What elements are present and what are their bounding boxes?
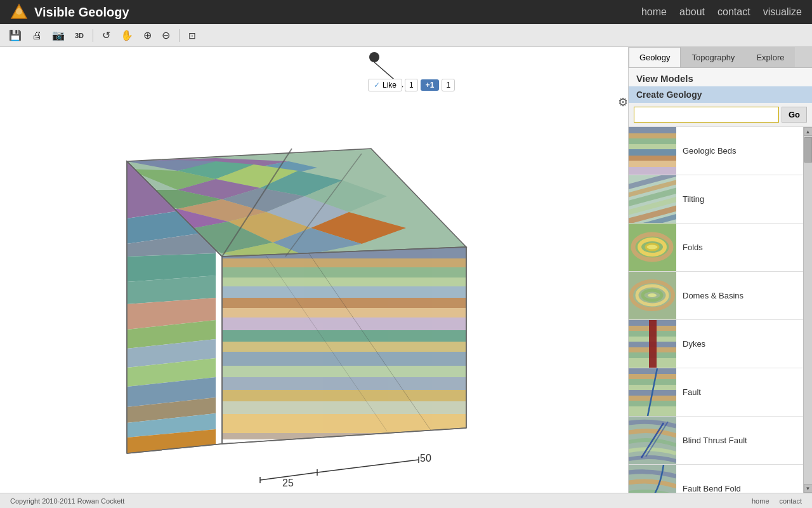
svg-rect-76 [629, 167, 676, 175]
model-item[interactable]: Tilting [629, 175, 803, 224]
search-input[interactable] [634, 107, 779, 123]
settings-gear-icon[interactable]: ⚙ [618, 95, 628, 109]
header-left: Visible Geology [10, 3, 129, 21]
like-count: 1 [405, 79, 418, 91]
nav-about[interactable]: about [679, 6, 705, 18]
svg-rect-17 [222, 330, 469, 342]
blind_thrust-svg [629, 417, 676, 464]
svg-rect-111 [629, 406, 676, 416]
svg-rect-105 [629, 374, 676, 379]
geology-3d-svg: 50 25 [51, 85, 508, 493]
3d-button[interactable]: 3D [71, 29, 88, 42]
model-item[interactable]: Dykes [629, 320, 803, 368]
footer-nav-contact[interactable]: contact [780, 497, 802, 505]
model-item[interactable]: Blind Thrust Fault [629, 417, 803, 465]
rotate-button[interactable]: ↺ [98, 27, 114, 44]
svg-point-87 [646, 244, 658, 250]
canvas-area[interactable]: ✓ Like 1 +1 1 N [0, 47, 628, 493]
svg-rect-18 [222, 342, 469, 352]
pan-button[interactable]: ✋ [117, 27, 137, 44]
svg-rect-102 [649, 320, 657, 368]
svg-rect-21 [222, 377, 469, 390]
nav-contact[interactable]: contact [717, 6, 750, 18]
model-label: Fault [676, 387, 707, 397]
toolbar-sep-2 [179, 29, 180, 42]
svg-rect-109 [629, 396, 676, 401]
zoom-in-button[interactable]: ⊕ [140, 27, 155, 44]
view-models-title: View Models [629, 68, 812, 86]
model-item[interactable]: Domes & Basins [629, 272, 803, 320]
model-thumb-blind_thrust [629, 417, 676, 464]
like-label: Like [383, 81, 396, 90]
save-button[interactable]: 💾 [5, 27, 25, 44]
tab-topography[interactable]: Topography [681, 47, 745, 67]
model-thumb-folds [629, 224, 676, 271]
scroll-up-button[interactable]: ▲ [804, 127, 813, 136]
geo-block: 50 25 [51, 85, 508, 493]
domes-svg [629, 272, 676, 319]
scrollbar[interactable]: ▲ ▼ [803, 127, 812, 493]
scroll-down-button[interactable]: ▼ [804, 484, 813, 493]
svg-rect-73 [629, 149, 676, 156]
north-indicator: N [336, 52, 412, 98]
svg-rect-10 [222, 258, 469, 267]
svg-rect-72 [629, 144, 676, 149]
model-item[interactable]: Fault Bend Fold [629, 465, 803, 493]
print-button[interactable]: 🖨 [28, 27, 46, 44]
fault-svg [629, 368, 676, 416]
svg-rect-69 [629, 127, 676, 133]
model-item[interactable]: Folds [629, 224, 803, 272]
svg-rect-71 [629, 138, 676, 144]
model-thumb-fault_bend [629, 465, 676, 493]
go-button[interactable]: Go [782, 107, 807, 123]
svg-rect-70 [629, 133, 676, 138]
footer-nav-home[interactable]: home [752, 497, 769, 505]
panel-tabs: Geology Topography Explore [629, 47, 812, 68]
nav-visualize[interactable]: visualize [763, 6, 802, 18]
scroll-thumb[interactable] [804, 137, 812, 163]
like-button[interactable]: ✓ Like [368, 79, 402, 91]
like-checkmark: ✓ [374, 81, 380, 90]
search-row: Go [629, 103, 812, 127]
model-label: Tilting [676, 194, 710, 204]
model-thumb-fault [629, 368, 676, 416]
model-thumb-domes [629, 272, 676, 319]
svg-rect-22 [222, 390, 469, 401]
model-thumb-tilting [629, 175, 676, 223]
model-item[interactable]: Geologic Beds [629, 127, 803, 175]
toolbar: 💾 🖨 📷 3D ↺ ✋ ⊕ ⊖ ⊡ [0, 24, 812, 47]
model-label: Geologic Beds [676, 146, 743, 156]
svg-point-92 [648, 293, 657, 297]
svg-rect-16 [222, 318, 469, 330]
model-label: Fault Bend Fold [676, 484, 747, 493]
footer-nav: home contact [752, 497, 802, 505]
svg-rect-106 [629, 379, 676, 385]
model-label: Blind Thrust Fault [676, 436, 754, 445]
right-face [222, 247, 469, 439]
tab-explore[interactable]: Explore [745, 47, 795, 67]
model-label: Folds [676, 243, 709, 252]
svg-rect-104 [629, 368, 676, 374]
model-label: Dykes [676, 339, 712, 349]
model-thumb-dykes [629, 320, 676, 368]
svg-point-2 [369, 52, 379, 62]
nav-home[interactable]: home [641, 6, 667, 18]
plus-button[interactable]: +1 [421, 79, 440, 91]
svg-rect-13 [222, 286, 469, 298]
models-list[interactable]: Geologic Beds Tilting Folds [629, 127, 812, 493]
app-header: Visible Geology home about contact visua… [0, 0, 812, 24]
fit-button[interactable]: ⊡ [185, 28, 200, 43]
create-geology-title: Create Geology [629, 86, 812, 103]
main-area: ✓ Like 1 +1 1 N [0, 47, 812, 493]
header-nav: home about contact visualize [641, 6, 802, 18]
screenshot-button[interactable]: 📷 [48, 27, 69, 44]
copyright: Copyright 2010-2011 Rowan Cockett [10, 497, 124, 505]
svg-rect-19 [222, 352, 469, 366]
tab-geology[interactable]: Geology [629, 47, 681, 67]
toolbar-sep-1 [93, 29, 93, 42]
model-item[interactable]: Fault [629, 368, 803, 417]
model-thumb-beds [629, 127, 676, 175]
scale-line-50 [317, 460, 419, 472]
models-list-inner: Geologic Beds Tilting Folds [629, 127, 803, 493]
zoom-out-button[interactable]: ⊖ [158, 27, 174, 44]
